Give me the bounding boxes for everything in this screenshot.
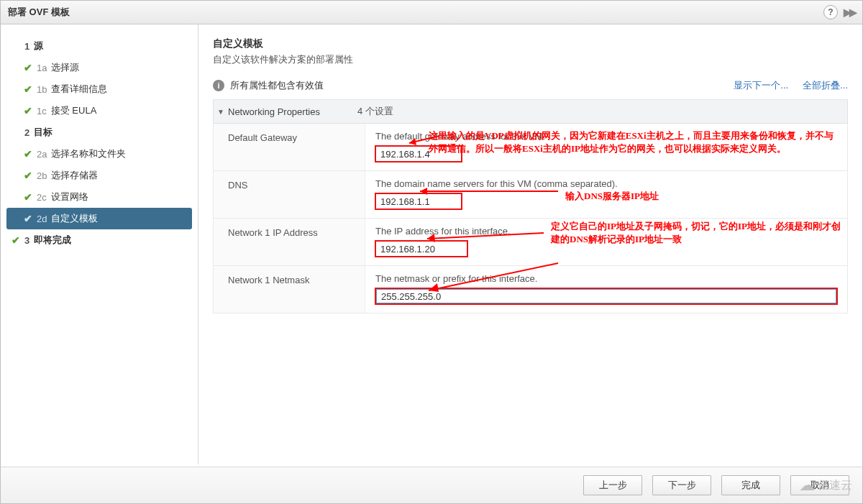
prop-label: Network 1 IP Address xyxy=(214,219,365,265)
wizard-main: 自定义模板 自定义该软件解决方案的部署属性 i 所有属性都包含有效值 显示下一个… xyxy=(198,24,862,464)
prop-desc: The IP address for this interface. xyxy=(375,226,837,237)
page-subtitle: 自定义该软件解决方案的部署属性 xyxy=(213,53,848,66)
status-row: i 所有属性都包含有效值 显示下一个... 全部折叠... xyxy=(213,79,848,100)
nav-section-2[interactable]: 2 目标 xyxy=(1,122,198,143)
cancel-button[interactable]: 取消 xyxy=(790,475,849,495)
prop-desc: The default gateway address for this VM. xyxy=(375,131,837,142)
nav-item-2b[interactable]: ✔2b选择存储器 xyxy=(1,165,198,186)
section-label: Networking Properties xyxy=(228,106,343,117)
nav-item-2a[interactable]: ✔2a选择名称和文件夹 xyxy=(1,143,198,165)
dialog-title: 部署 OVF 模板 xyxy=(8,6,70,19)
nav-item-1c[interactable]: ✔1c接受 EULA xyxy=(1,100,198,122)
prop-label: Default Gateway xyxy=(214,124,365,170)
section-count: 4 个设置 xyxy=(343,105,393,118)
prop-label: DNS xyxy=(214,171,365,218)
caret-down-icon: ▼ xyxy=(214,108,228,116)
prop-desc: The domain name servers for this VM (com… xyxy=(375,178,837,189)
next-button[interactable]: 下一步 xyxy=(652,475,711,495)
ovf-deploy-dialog: 部署 OVF 模板 ? ▶▶ 1 源 ✔1a选择源 ✔1b查看详细信息 ✔1c接… xyxy=(0,0,863,504)
nav-section-3[interactable]: ✔3 即将完成 xyxy=(1,229,198,251)
nav-section-1-label: 源 xyxy=(34,40,43,52)
nav-section-1[interactable]: 1 源 xyxy=(1,35,198,57)
netmask-input[interactable] xyxy=(375,288,837,304)
prop-label: Network 1 Netmask xyxy=(214,266,365,313)
titlebar: 部署 OVF 模板 ? ▶▶ xyxy=(1,1,862,24)
gateway-input[interactable] xyxy=(375,146,462,162)
nav-item-2d[interactable]: ✔2d自定义模板 xyxy=(6,208,192,229)
prop-dns: DNS The domain name servers for this VM … xyxy=(213,171,848,219)
help-icon[interactable]: ? xyxy=(823,5,838,19)
finish-button[interactable]: 完成 xyxy=(721,475,780,495)
wizard-nav: 1 源 ✔1a选择源 ✔1b查看详细信息 ✔1c接受 EULA 2 目标 ✔2a… xyxy=(1,24,198,464)
dialog-footer: 上一步 下一步 完成 取消 xyxy=(1,467,862,503)
nav-section-2-label: 目标 xyxy=(34,126,52,139)
info-icon: i xyxy=(213,80,224,91)
nav-section-3-label: 即将完成 xyxy=(34,234,71,247)
section-header[interactable]: ▼ Networking Properties 4 个设置 xyxy=(213,100,848,124)
nav-item-2c[interactable]: ✔2c设置网络 xyxy=(1,186,198,208)
dns-input[interactable] xyxy=(375,193,462,209)
prop-netmask: Network 1 Netmask The netmask or prefix … xyxy=(213,266,848,313)
status-text: 所有属性都包含有效值 xyxy=(230,79,324,92)
prop-desc: The netmask or prefix for this interface… xyxy=(375,273,837,284)
page-title: 自定义模板 xyxy=(213,37,848,50)
show-next-link[interactable]: 显示下一个... xyxy=(734,79,788,92)
nav-item-1b[interactable]: ✔1b查看详细信息 xyxy=(1,78,198,100)
nav-item-1a[interactable]: ✔1a选择源 xyxy=(1,57,198,78)
collapse-all-link[interactable]: 全部折叠... xyxy=(803,79,848,92)
prop-default-gateway: Default Gateway The default gateway addr… xyxy=(213,124,848,171)
forward-icon[interactable]: ▶▶ xyxy=(844,6,855,18)
prop-ip: Network 1 IP Address The IP address for … xyxy=(213,219,848,266)
ip-input[interactable] xyxy=(375,241,467,257)
back-button[interactable]: 上一步 xyxy=(583,475,642,495)
